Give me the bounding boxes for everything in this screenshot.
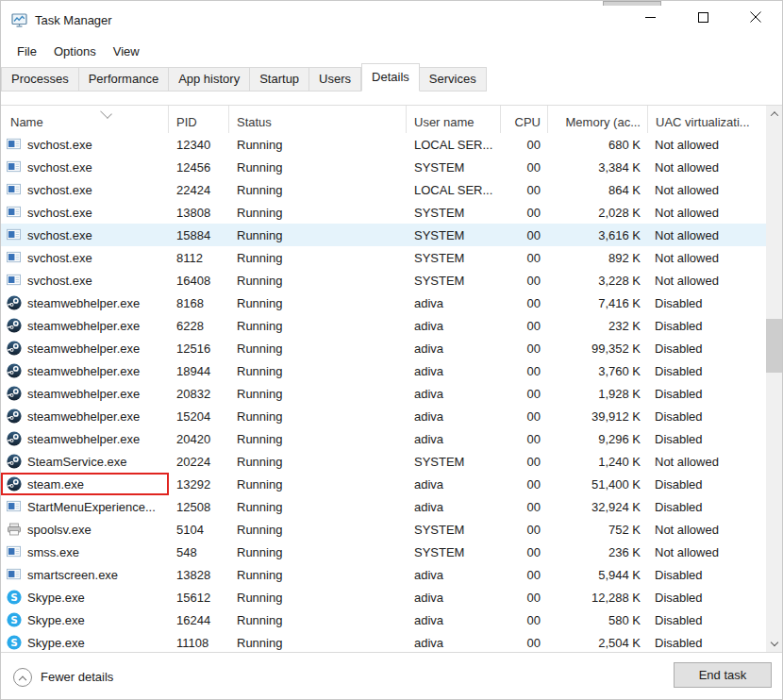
process-row-svchost-exe-13808[interactable]: svchost.exe13808RunningSYSTEM002,028 KNo… (1, 201, 768, 224)
column-header-name[interactable]: Name (1, 106, 169, 133)
process-row-svchost-exe-16408[interactable]: svchost.exe16408RunningSYSTEM003,228 KNo… (1, 269, 768, 292)
process-name: steam.exe (27, 477, 84, 492)
column-header-pid[interactable]: PID (169, 106, 229, 133)
scroll-down-icon[interactable] (766, 636, 782, 652)
column-header-cpu[interactable]: CPU (501, 106, 548, 133)
pid-cell: 16408 (169, 269, 229, 292)
scrollbar-thumb[interactable] (766, 319, 782, 373)
scroll-up-icon[interactable] (766, 106, 782, 122)
status-cell: Running (229, 156, 407, 178)
uac-virtualization-cell: Disabled (648, 427, 768, 450)
status-cell: Running (229, 405, 407, 427)
name-cell: steamwebhelper.exe (1, 427, 169, 450)
process-row-smss-exe-548[interactable]: smss.exe548RunningSYSTEM00236 KNot allow… (1, 541, 768, 563)
tab-users[interactable]: Users (309, 67, 361, 92)
process-name: steamwebhelper.exe (27, 296, 140, 310)
sort-indicator-icon (100, 107, 112, 119)
menu-file[interactable]: File (8, 42, 45, 61)
name-cell: smartscreen.exe (1, 563, 169, 586)
steam-icon (7, 295, 22, 310)
tab-processes[interactable]: Processes (1, 67, 79, 92)
column-header-uac-virtualizati[interactable]: UAC virtualizati... (648, 106, 768, 133)
name-cell: steam.exe (1, 473, 169, 495)
column-header-user-name[interactable]: User name (407, 106, 501, 133)
cpu-cell: 00 (501, 563, 548, 586)
process-row-skype-exe-15612[interactable]: SSkype.exe15612Runningadiva0012,288 KDis… (1, 586, 768, 608)
user-name-cell: adiva (407, 427, 501, 450)
user-name-cell: adiva (407, 292, 501, 314)
process-rows: svchost.exe12340RunningLOCAL SER...00680… (1, 133, 768, 652)
process-row-steamservice-exe-20224[interactable]: SteamService.exe20224RunningSYSTEM001,24… (1, 450, 768, 473)
process-name: steamwebhelper.exe (27, 387, 140, 401)
process-row-svchost-exe-22424[interactable]: svchost.exe22424RunningLOCAL SER...00864… (1, 178, 768, 201)
process-row-steamwebhelper-exe-18944[interactable]: steamwebhelper.exe18944Runningadiva003,7… (1, 359, 768, 382)
menu-view[interactable]: View (105, 42, 148, 61)
process-row-svchost-exe-12456[interactable]: svchost.exe12456RunningSYSTEM003,384 KNo… (1, 156, 768, 178)
tab-services[interactable]: Services (420, 67, 487, 92)
memory-cell: 232 K (548, 314, 648, 337)
status-cell: Running (229, 586, 407, 608)
process-row-skype-exe-16244[interactable]: SSkype.exe16244Runningadiva00580 KDisabl… (1, 608, 768, 631)
close-button[interactable] (729, 1, 782, 33)
cpu-cell: 00 (501, 201, 548, 224)
status-cell: Running (229, 631, 407, 652)
uac-virtualization-cell: Not allowed (648, 201, 768, 224)
windows-app-icon (7, 182, 22, 197)
cpu-cell: 00 (501, 246, 548, 269)
pid-cell: 15884 (169, 224, 229, 246)
memory-cell: 3,760 K (548, 359, 648, 382)
process-name: svchost.exe (27, 206, 92, 220)
name-cell: steamwebhelper.exe (1, 405, 169, 427)
process-row-spoolsv-exe-5104[interactable]: spoolsv.exe5104RunningSYSTEM00752 KNot a… (1, 518, 768, 541)
steam-icon (7, 454, 22, 469)
tab-details[interactable]: Details (361, 63, 420, 92)
process-row-startmenuexperience-12508[interactable]: StartMenuExperience...12508Runningadiva0… (1, 495, 768, 518)
pid-cell: 20224 (169, 450, 229, 473)
menu-options[interactable]: Options (45, 42, 105, 61)
process-row-svchost-exe-8112[interactable]: svchost.exe8112RunningSYSTEM00892 KNot a… (1, 246, 768, 269)
uac-virtualization-cell: Not allowed (648, 133, 768, 156)
process-row-steamwebhelper-exe-20420[interactable]: steamwebhelper.exe20420Runningadiva009,2… (1, 427, 768, 450)
user-name-cell: adiva (407, 631, 501, 652)
vertical-scrollbar[interactable] (766, 106, 782, 652)
pid-cell: 20420 (169, 427, 229, 450)
name-cell: steamwebhelper.exe (1, 359, 169, 382)
steam-icon (7, 318, 22, 333)
cpu-cell: 00 (501, 133, 548, 156)
column-header-label: Status (229, 115, 272, 129)
fewer-details-toggle[interactable]: Fewer details (13, 668, 113, 687)
maximize-button[interactable] (676, 1, 729, 33)
process-row-svchost-exe-12340[interactable]: svchost.exe12340RunningLOCAL SER...00680… (1, 133, 768, 156)
user-name-cell: adiva (407, 382, 501, 405)
process-row-steam-exe-13292[interactable]: steam.exe13292Runningadiva0051,400 KDisa… (1, 473, 768, 495)
process-row-skype-exe-11108[interactable]: SSkype.exe11108Runningadiva002,504 KDisa… (1, 631, 768, 652)
process-row-svchost-exe-15884[interactable]: svchost.exe15884RunningSYSTEM003,616 KNo… (1, 224, 768, 246)
tab-app-history[interactable]: App history (169, 67, 250, 92)
column-header-status[interactable]: Status (229, 106, 407, 133)
uac-virtualization-cell: Not allowed (648, 518, 768, 541)
minimize-button[interactable] (624, 1, 676, 33)
end-task-button[interactable]: End task (674, 662, 772, 688)
process-row-steamwebhelper-exe-8168[interactable]: steamwebhelper.exe8168Runningadiva007,41… (1, 292, 768, 314)
process-name: Skype.exe (27, 636, 85, 650)
process-name: spoolsv.exe (27, 523, 92, 537)
tab-startup[interactable]: Startup (250, 67, 309, 92)
tab-performance[interactable]: Performance (79, 67, 169, 92)
pid-cell: 8112 (169, 246, 229, 269)
process-row-steamwebhelper-exe-12516[interactable]: steamwebhelper.exe12516Runningadiva0099,… (1, 337, 768, 359)
name-cell: steamwebhelper.exe (1, 382, 169, 405)
name-cell: spoolsv.exe (1, 518, 169, 541)
process-row-steamwebhelper-exe-6228[interactable]: steamwebhelper.exe6228Runningadiva00232 … (1, 314, 768, 337)
skype-icon: S (7, 635, 22, 650)
column-header-memory-ac[interactable]: Memory (ac... (548, 106, 648, 133)
process-row-smartscreen-exe-13828[interactable]: smartscreen.exe13828Runningadiva005,944 … (1, 563, 768, 586)
uac-virtualization-cell: Disabled (648, 405, 768, 427)
process-row-steamwebhelper-exe-15204[interactable]: steamwebhelper.exe15204Runningadiva0039,… (1, 405, 768, 427)
uac-virtualization-cell: Disabled (648, 631, 768, 652)
skype-icon: S (7, 612, 22, 627)
memory-cell: 32,924 K (548, 495, 648, 518)
process-row-steamwebhelper-exe-20832[interactable]: steamwebhelper.exe20832Runningadiva001,9… (1, 382, 768, 405)
status-cell: Running (229, 563, 407, 586)
status-cell: Running (229, 292, 407, 314)
user-name-cell: adiva (407, 359, 501, 382)
